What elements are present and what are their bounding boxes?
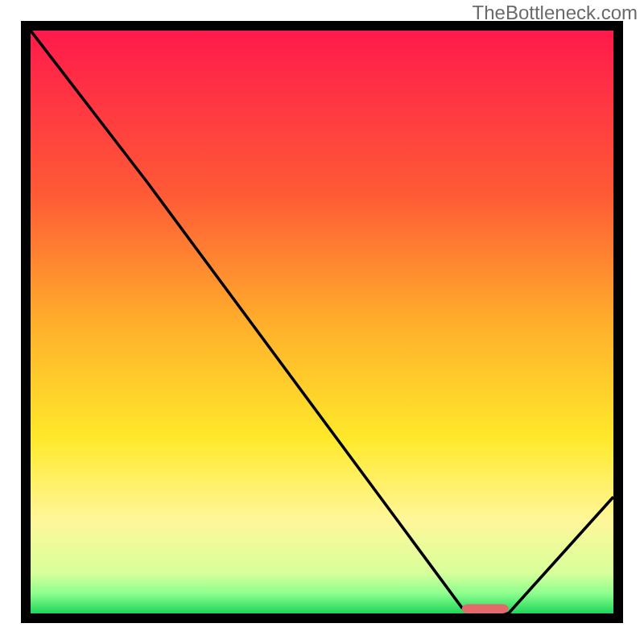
bottleneck-curve (31, 31, 613, 613)
plot-border (21, 21, 623, 623)
curve-layer (31, 31, 613, 613)
plot-area (31, 31, 613, 613)
chart-frame: TheBottleneck.com (0, 0, 644, 644)
optimal-marker (462, 604, 509, 613)
watermark-label: TheBottleneck.com (473, 2, 638, 24)
